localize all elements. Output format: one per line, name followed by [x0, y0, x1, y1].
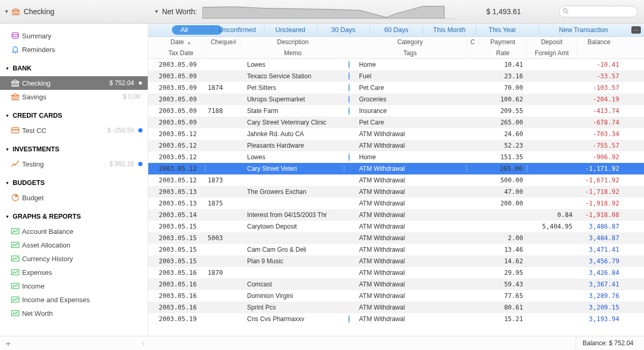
networth-dropdown-caret[interactable]: ▼ [154, 9, 159, 14]
table-row[interactable]: 2003.05.12Cary Street VeteriATM Withdraw… [148, 163, 644, 174]
filter-tab[interactable]: This Month [423, 24, 476, 36]
cell-payment: 23.16 [479, 73, 527, 80]
chart-icon [11, 282, 22, 290]
sidebar-item[interactable]: Budget [0, 191, 148, 204]
status-circle-icon [349, 107, 350, 115]
sidebar-item[interactable]: Summary [0, 29, 148, 43]
cell-category: ATM Withdrawal [354, 281, 467, 288]
sidebar-item-label: Net Worth [22, 310, 142, 317]
cell-description: Plan 9 Music [242, 258, 344, 265]
sidebar-item[interactable]: Savings$ 0.00 [0, 90, 148, 104]
sidebar-item[interactable]: Income and Expenses [0, 293, 148, 306]
col-tags[interactable]: Tags [354, 49, 467, 57]
cell-date: 2003.05.13 [157, 188, 206, 195]
table-row[interactable]: 2003.05.16ComcastATM Withdrawal59.433,36… [148, 279, 644, 290]
sidebar-section-header[interactable]: ▼BANK [0, 60, 148, 76]
cell-description: Pleasants Hardware [242, 142, 344, 149]
table-row[interactable]: 2003.05.16Dominion VirginiATM Withdrawal… [148, 290, 644, 302]
status-circle-icon [349, 61, 350, 68]
sidebar-section-header[interactable]: ▼INVESTMENTS [0, 141, 148, 157]
sidebar-item[interactable]: Testing$ 992.16 [0, 157, 148, 171]
search-input[interactable] [559, 6, 638, 17]
cell-cheque: 5003 [206, 234, 242, 242]
table-row[interactable]: 2003.05.13The Growers ExchanATM Withdraw… [148, 186, 644, 198]
table-row[interactable]: 2003.05.155003ATM Withdrawal2.003,484.87 [148, 232, 644, 244]
cell-balance: 3,209.15 [577, 304, 621, 311]
table-row[interactable]: 2003.05.14Interest from 04/15/2003 ThrAT… [148, 209, 644, 221]
sidebar-section-header[interactable]: ▼BUDGETS [0, 175, 148, 191]
sidebar-item-label: Income [22, 282, 142, 290]
sidebar-item[interactable]: Account Balance [0, 224, 148, 238]
table-header: Date▲ Cheque# Description Category C Pay… [148, 37, 644, 59]
sidebar-section-header[interactable]: ▼CREDIT CARDS [0, 108, 148, 123]
col-payment[interactable]: Payment [479, 38, 527, 46]
cell-category: ATM Withdrawal [354, 223, 467, 230]
table-row[interactable]: 2003.05.121873ATM Withdrawal500.00-1,671… [148, 174, 644, 186]
cell-description: Cary Street Veterinary Clinic [242, 119, 344, 126]
cell-payment: 500.00 [479, 177, 527, 184]
table-row[interactable]: 2003.05.15Plan 9 MusicATM Withdrawal14.6… [148, 255, 644, 267]
table-row[interactable]: 2003.05.12Jahnke Rd. Auto CAATM Withdraw… [148, 128, 644, 140]
cell-balance: 3,484.87 [577, 234, 621, 242]
filter-tab[interactable]: Unconfirmed [211, 24, 264, 36]
table-row[interactable]: 2003.05.09LowesHome10.41-10.41 [148, 59, 644, 70]
table-row[interactable]: 2003.05.15Cam Cam Gro & DeliATM Withdraw… [148, 244, 644, 255]
col-rate[interactable]: Rate [479, 49, 527, 57]
sidebar-item[interactable]: Income [0, 279, 148, 293]
table-row[interactable]: 2003.05.12Pleasants HardwareATM Withdraw… [148, 140, 644, 151]
col-date[interactable]: Date▲ [157, 38, 206, 46]
sidebar-item[interactable]: Asset Allocation [0, 238, 148, 252]
sidebar-item[interactable]: Currency History [0, 252, 148, 265]
search-field[interactable] [559, 6, 638, 17]
filter-tab[interactable]: 60 Days [370, 24, 423, 36]
table-row[interactable]: 2003.05.09Texaco Service StationFuel23.1… [148, 70, 644, 82]
col-balance[interactable]: Balance [577, 38, 621, 46]
col-taxdate[interactable]: Tax Date [157, 49, 206, 57]
sidebar-item[interactable]: Test CC$ -250.59 [0, 123, 148, 137]
col-c[interactable]: C [467, 38, 479, 46]
table-row[interactable]: 2003.05.097188State FarmInsurance209.55-… [148, 105, 644, 117]
filter-tab[interactable]: 30 Days [317, 24, 370, 36]
account-dropdown-caret[interactable]: ▼ [4, 9, 9, 14]
sidebar-item[interactable]: Net Worth [0, 306, 148, 320]
table-row[interactable]: 2003.05.19Cns Cvs PharmaxxvATM Withdrawa… [148, 313, 644, 325]
new-transaction-button[interactable]: New Transaction [538, 24, 629, 36]
account-name[interactable]: Checking [24, 7, 54, 16]
cell-category: ATM Withdrawal [354, 246, 467, 253]
col-foreign[interactable]: Foreign Amt [527, 49, 577, 57]
table-row[interactable]: 2003.05.12LowesHome151.35-906.92 [148, 151, 644, 163]
table-row[interactable]: 2003.05.15Carytown DepositATM Withdrawal… [148, 221, 644, 232]
add-button[interactable]: ＋ [0, 337, 16, 349]
sidebar-section-header[interactable]: ▼GRAPHS & REPORTS [0, 209, 148, 224]
table-row[interactable]: 2003.05.16Sprint PcsATM Withdrawal80.613… [148, 302, 644, 313]
table-row[interactable]: 2003.05.091874Pet SittersPet Care70.00-1… [148, 82, 644, 94]
cell-balance: -1,918.92 [577, 200, 621, 207]
table-row[interactable]: 2003.05.131875ATM Withdrawal200.00-1,918… [148, 198, 644, 209]
cell-balance: -10.41 [577, 61, 621, 68]
cell-category: Home [354, 153, 467, 161]
cell-category: ATM Withdrawal [354, 130, 467, 138]
svg-point-5 [15, 164, 16, 166]
cell-payment: 14.62 [479, 258, 527, 265]
filter-tab[interactable]: Uncleared [264, 24, 317, 36]
split-handle[interactable]: ⦀ [142, 340, 145, 347]
table-row[interactable]: 2003.05.09Cary Street Veterinary ClinicP… [148, 117, 644, 128]
sidebar-item[interactable]: Expenses [0, 265, 148, 279]
sidebar-item[interactable]: Reminders [0, 43, 148, 56]
filter-tab[interactable]: This Year [476, 24, 529, 36]
table-row[interactable]: 2003.05.161870ATM Withdrawal29.953,426.8… [148, 267, 644, 279]
table-row[interactable]: 2003.05.09Ukrops SupermarketGroceries100… [148, 94, 644, 105]
col-category[interactable]: Category [354, 38, 467, 46]
cell-cheque: 7188 [206, 107, 242, 115]
filter-tab[interactable]: All [158, 24, 211, 36]
settings-button[interactable]: ⋯ [629, 24, 644, 36]
sidebar-item[interactable]: Checking$ 752.04 [0, 76, 148, 90]
col-description[interactable]: Description [242, 38, 344, 46]
col-memo[interactable]: Memo [242, 49, 344, 57]
col-cheque[interactable]: Cheque# [206, 38, 242, 46]
sidebar-item-label: Expenses [22, 269, 142, 276]
cell-balance: 3,426.84 [577, 269, 621, 276]
cell-payment: 2.00 [479, 234, 527, 242]
transactions-table[interactable]: 2003.05.09LowesHome10.41-10.412003.05.09… [148, 59, 644, 336]
col-deposit[interactable]: Deposit [527, 38, 577, 46]
